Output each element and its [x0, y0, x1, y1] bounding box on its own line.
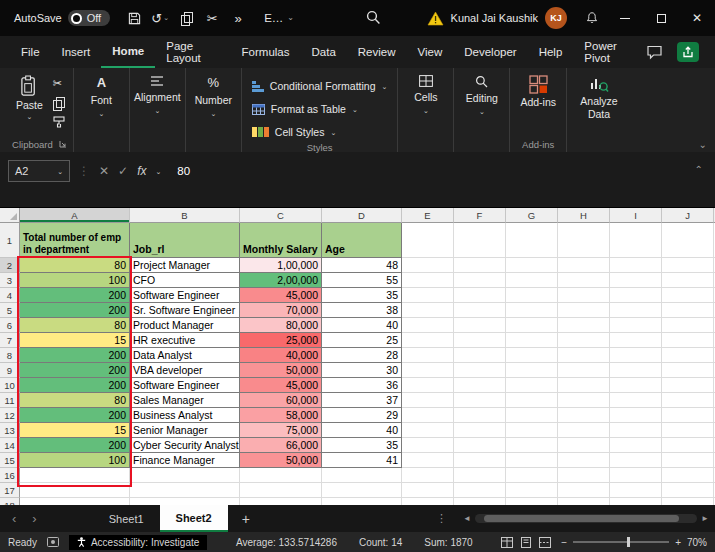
cell-A14[interactable]: 200: [20, 438, 130, 453]
cell-F9[interactable]: [454, 363, 506, 378]
sheet-tab-sheet2[interactable]: Sheet2: [160, 505, 228, 532]
row-header-5[interactable]: 5: [0, 303, 20, 318]
copy-button[interactable]: [53, 97, 64, 109]
cell-G13[interactable]: [506, 423, 558, 438]
cell-B5[interactable]: Sr. Software Engineer: [130, 303, 240, 318]
account-area[interactable]: Kunal Jai Kaushik KJ: [427, 7, 577, 29]
row-header-14[interactable]: 14: [0, 438, 20, 453]
cell-C17[interactable]: [240, 483, 322, 498]
cell-E16[interactable]: [402, 468, 454, 483]
cell-H1[interactable]: [558, 223, 610, 258]
cell-J6[interactable]: [662, 318, 714, 333]
cell-G9[interactable]: [506, 363, 558, 378]
cell-F11[interactable]: [454, 393, 506, 408]
cancel-entry-button[interactable]: ✕: [99, 164, 109, 178]
cell-J1[interactable]: [662, 223, 714, 258]
cell-B4[interactable]: Software Engineer: [130, 288, 240, 303]
cell-G5[interactable]: [506, 303, 558, 318]
cell-F12[interactable]: [454, 408, 506, 423]
cell-I7[interactable]: [610, 333, 662, 348]
qat-overflow-button[interactable]: »: [226, 5, 250, 31]
cell-G2[interactable]: [506, 258, 558, 273]
row-header-16[interactable]: 16: [0, 468, 20, 483]
cut-button[interactable]: ✂: [53, 77, 65, 90]
cell-E3[interactable]: [402, 273, 454, 288]
cell-E2[interactable]: [402, 258, 454, 273]
row-header-7[interactable]: 7: [0, 333, 20, 348]
cell-A10[interactable]: 200: [20, 378, 130, 393]
cell-F5[interactable]: [454, 303, 506, 318]
cell-I2[interactable]: [610, 258, 662, 273]
macro-record-button[interactable]: [47, 537, 59, 547]
cell-A8[interactable]: 200: [20, 348, 130, 363]
cell-C4[interactable]: 45,000: [240, 288, 322, 303]
cut-button[interactable]: ✂: [200, 5, 224, 31]
cell-I14[interactable]: [610, 438, 662, 453]
column-header-a[interactable]: A: [20, 208, 130, 223]
zoom-slider[interactable]: [573, 541, 669, 543]
undo-button[interactable]: ↺⌄: [148, 5, 172, 31]
row-header-18[interactable]: 18: [0, 498, 20, 505]
cell-E12[interactable]: [402, 408, 454, 423]
cell-C11[interactable]: 60,000: [240, 393, 322, 408]
copy-button[interactable]: [174, 5, 198, 31]
cell-F2[interactable]: [454, 258, 506, 273]
cell-B11[interactable]: Sales Manager: [130, 393, 240, 408]
avatar[interactable]: KJ: [545, 7, 567, 29]
cell-A4[interactable]: 200: [20, 288, 130, 303]
sheet-options-button[interactable]: ⋮: [426, 505, 457, 532]
cell-E13[interactable]: [402, 423, 454, 438]
cell-F13[interactable]: [454, 423, 506, 438]
row-header-8[interactable]: 8: [0, 348, 20, 363]
next-sheet-button[interactable]: ›: [32, 511, 36, 526]
column-header-g[interactable]: G: [506, 208, 558, 223]
paste-button[interactable]: Paste ⌄: [12, 73, 47, 136]
cell-I11[interactable]: [610, 393, 662, 408]
cell-J12[interactable]: [662, 408, 714, 423]
cell-D12[interactable]: 29: [322, 408, 402, 423]
cell-G18[interactable]: [506, 498, 558, 505]
cell-H5[interactable]: [558, 303, 610, 318]
cell-J7[interactable]: [662, 333, 714, 348]
cell-C14[interactable]: 66,000: [240, 438, 322, 453]
cell-G1[interactable]: [506, 223, 558, 258]
share-button[interactable]: [677, 42, 699, 62]
zoom-in-button[interactable]: +: [675, 537, 681, 548]
select-all-button[interactable]: [0, 208, 20, 223]
row-header-13[interactable]: 13: [0, 423, 20, 438]
cell-B8[interactable]: Data Analyst: [130, 348, 240, 363]
zoom-level[interactable]: 70%: [687, 537, 707, 548]
cell-H2[interactable]: [558, 258, 610, 273]
cell-I15[interactable]: [610, 453, 662, 468]
cell-F8[interactable]: [454, 348, 506, 363]
cell-F6[interactable]: [454, 318, 506, 333]
cell-G15[interactable]: [506, 453, 558, 468]
conditional-formatting-button[interactable]: Conditional Formatting ⌄: [248, 76, 392, 96]
menu-tab-review[interactable]: Review: [347, 36, 407, 68]
menu-tab-formulas[interactable]: Formulas: [231, 36, 301, 68]
menu-tab-power-pivot[interactable]: Power Pivot: [573, 36, 646, 68]
cell-E4[interactable]: [402, 288, 454, 303]
cell-E1[interactable]: [402, 223, 454, 258]
cell-B6[interactable]: Product Manager: [130, 318, 240, 333]
cell-C3[interactable]: 2,00,000: [240, 273, 322, 288]
cell-B10[interactable]: Software Engineer: [130, 378, 240, 393]
cell-J5[interactable]: [662, 303, 714, 318]
cell-G7[interactable]: [506, 333, 558, 348]
cell-H16[interactable]: [558, 468, 610, 483]
status-count[interactable]: Count: 14: [359, 537, 402, 548]
cell-G11[interactable]: [506, 393, 558, 408]
cell-F4[interactable]: [454, 288, 506, 303]
cell-C2[interactable]: 1,00,000: [240, 258, 322, 273]
row-header-6[interactable]: 6: [0, 318, 20, 333]
scroll-right-icon[interactable]: ►: [701, 514, 709, 523]
menu-tab-help[interactable]: Help: [528, 36, 574, 68]
cell-I13[interactable]: [610, 423, 662, 438]
cell-F3[interactable]: [454, 273, 506, 288]
cell-E8[interactable]: [402, 348, 454, 363]
cell-I5[interactable]: [610, 303, 662, 318]
name-box[interactable]: A2 ⌄: [8, 160, 70, 182]
column-header-d[interactable]: D: [322, 208, 402, 223]
column-header-i[interactable]: I: [610, 208, 662, 223]
cell-C8[interactable]: 40,000: [240, 348, 322, 363]
